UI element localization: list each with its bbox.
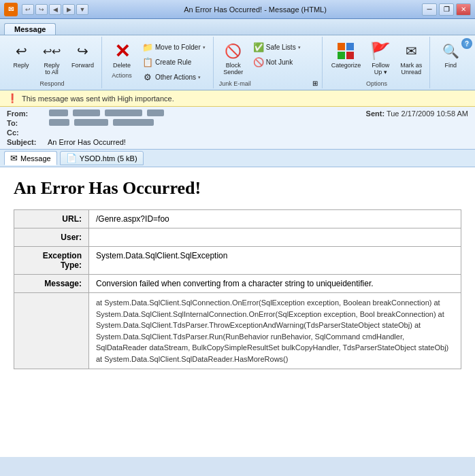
sent-label: Sent: Tue 2/17/2009 10:58 AM [366,109,468,118]
find-icon: 🔍 [440,40,461,62]
not-junk-icon: 🚫 [253,57,264,67]
table-row: at System.Data.SqlClient.SqlConnection.O… [14,293,461,369]
message-value: Conversion failed when converting from a… [89,275,461,293]
error-heading: An Error Has Occurred! [14,178,461,199]
undo-btn[interactable]: ↩ [22,4,34,15]
ribbon-group-respond: ↩ Reply ↩↩ Replyto All ↪ Forward Respond [3,37,102,88]
junk-expand-icon[interactable]: ⊞ [312,80,318,87]
move-to-folder-button[interactable]: 📁 Move to Folder ▾ [139,41,209,54]
other-actions-arrow: ▾ [198,75,201,80]
toolbar-nav: ↩ ↪ ◀ ▶ ▼ [22,4,88,15]
from-redact-4 [147,109,164,116]
to-redact-2 [74,119,108,126]
tab-bar: Message [0,19,475,35]
ribbon-group-options: Categorize 🚩 FollowUp ▾ ✉ Mark asUnread … [324,37,431,88]
ysod-tab-label: YSOD.htm (5 kB) [80,154,137,163]
actions-label: Actions [112,72,132,79]
help-btn[interactable]: ? [461,38,472,49]
stack-trace-text: at System.Data.SqlClient.SqlConnection.O… [96,299,448,363]
exception-type-value: System.Data.SqlClient.SqlException [89,247,461,275]
subject-value: An Error Has Occurred! [48,138,126,146]
other-actions-button[interactable]: ⚙ Other Actions ▾ [139,71,209,84]
safe-lists-button[interactable]: ✅ Safe Lists ▾ [250,41,318,54]
table-row: Message: Conversion failed when converti… [14,275,461,293]
user-value [89,228,461,247]
table-row: URL: /Genre.aspx?ID=foo [14,210,461,228]
tab-message[interactable]: Message [4,23,56,35]
from-redact-1 [49,109,68,116]
svg-rect-2 [338,52,345,59]
message-tab-icon: ✉ [10,153,18,163]
from-row: From: Sent: Tue 2/17/2009 10:58 AM [7,109,468,118]
app-icon: ✉ [4,3,18,16]
error-table: URL: /Genre.aspx?ID=foo User: ExceptionT… [14,209,461,369]
safe-lists-arrow: ▾ [298,45,301,50]
from-label: From: [7,109,48,118]
categorize-icon [335,40,357,62]
reply-all-icon: ↩↩ [41,40,63,62]
rule-icon: 📋 [142,57,153,67]
ysod-tab-icon: 📄 [66,153,77,163]
follow-up-icon: 🚩 [370,40,391,62]
mark-unread-icon: ✉ [400,40,422,62]
nav-back-btn[interactable]: ◀ [49,4,61,15]
quick-access-btn[interactable]: ▼ [76,4,88,15]
ribbon-wrapper: ? ↩ Reply ↩↩ Replyto All ↪ Forward [0,35,475,90]
to-row: To: [7,119,468,127]
to-value [48,119,468,127]
categorize-button[interactable]: Categorize [328,38,365,71]
svg-rect-1 [346,43,354,50]
nav-forward-btn[interactable]: ▶ [63,4,75,15]
minimize-btn[interactable]: ─ [422,3,437,16]
title-bar-left: ✉ ↩ ↪ ◀ ▶ ▼ [4,3,88,16]
ribbon: ↩ Reply ↩↩ Replyto All ↪ Forward Respond [0,35,475,90]
restore-btn[interactable]: ❐ [439,3,454,16]
importance-banner: ❗ This message was sent with High import… [0,90,475,107]
cc-row: Cc: [7,129,468,137]
delete-button[interactable]: ✕ Delete [108,38,136,71]
stack-trace-value: at System.Data.SqlClient.SqlConnection.O… [89,293,461,369]
reply-all-button[interactable]: ↩↩ Replyto All [37,38,66,78]
from-value [48,109,366,118]
title-bar: ✉ ↩ ↪ ◀ ▶ ▼ An Error Has Occurred! - Mes… [0,0,475,19]
user-label: User: [14,228,89,247]
forward-button[interactable]: ↪ Forward [68,38,97,71]
follow-up-button[interactable]: 🚩 FollowUp ▾ [366,38,395,78]
importance-icon: ❗ [7,93,18,103]
ribbon-group-actions: ✕ Delete Actions 📁 Move to Folder ▾ 📋 Cr… [103,37,214,88]
block-sender-button[interactable]: 🚫 BlockSender [219,38,248,78]
from-redact-3 [105,109,142,116]
close-btn[interactable]: ✕ [456,3,471,16]
email-body: An Error Has Occurred! URL: /Genre.aspx?… [0,167,475,457]
svg-rect-3 [346,52,354,59]
svg-rect-0 [338,43,345,50]
message-attachment-tab[interactable]: ✉ Message [4,151,57,165]
not-junk-button[interactable]: 🚫 Not Junk [250,56,318,69]
redo-btn[interactable]: ↪ [35,4,48,15]
message-tab-label: Message [20,154,51,163]
email-meta: From: Sent: Tue 2/17/2009 10:58 AM To: C… [0,107,475,150]
reply-button[interactable]: ↩ Reply [7,38,35,71]
to-redact-3 [113,119,154,126]
create-rule-button[interactable]: 📋 Create Rule [139,56,209,69]
block-sender-icon: 🚫 [223,40,244,62]
other-actions-icon: ⚙ [142,72,153,82]
attachment-tabs: ✉ Message 📄 YSOD.htm (5 kB) [0,150,475,167]
from-redact-2 [73,109,100,116]
move-folder-arrow: ▾ [203,45,206,50]
window-controls: ─ ❐ ✕ [422,3,471,16]
respond-buttons: ↩ Reply ↩↩ Replyto All ↪ Forward [7,38,97,78]
table-row: ExceptionType: System.Data.SqlClient.Sql… [14,247,461,275]
window-title: An Error Has Occurred! - Message (HTML) [88,5,422,14]
delete-icon: ✕ [111,40,133,62]
url-label: URL: [14,210,89,228]
importance-text: This message was sent with High importan… [22,95,174,103]
stack-label [14,293,89,369]
mark-unread-button[interactable]: ✉ Mark asUnread [397,38,425,78]
ysod-attachment-tab[interactable]: 📄 YSOD.htm (5 kB) [60,151,144,165]
url-value: /Genre.aspx?ID=foo [89,210,461,228]
junk-buttons: 🚫 BlockSender ✅ Safe Lists ▾ 🚫 Not Junk [219,38,318,78]
forward-icon: ↪ [72,40,94,62]
safe-lists-icon: ✅ [253,42,264,52]
to-label: To: [7,119,48,127]
